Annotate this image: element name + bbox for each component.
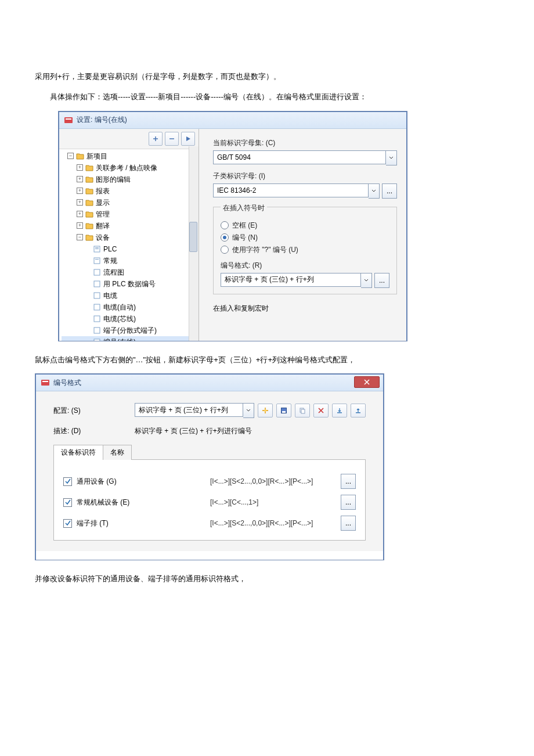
chevron-down-icon[interactable] [243, 403, 254, 418]
tab-content: 通用设备 (G) [I<...>][S<2...,0,0>][R<...>][P… [53, 460, 366, 541]
radio-question[interactable]: 使用字符 "?" 编号 (U) [221, 245, 389, 255]
chevron-down-icon[interactable] [369, 183, 380, 199]
row-value: [I<...>][C<...,1>] [210, 498, 338, 506]
screenshot-format-dialog: 编号格式 配置: (S) 标识字母 + 页 (三位) + 行+列 [35, 373, 384, 560]
row-more-button[interactable]: ... [341, 495, 356, 510]
copy-icon[interactable] [295, 404, 310, 417]
page-icon [93, 246, 101, 253]
save-icon[interactable] [276, 404, 291, 417]
chevron-down-icon[interactable] [386, 150, 397, 165]
format-value: 标识字母 + 页 (三位) + 行+列 [221, 273, 361, 287]
page-icon [93, 269, 101, 276]
tree-leaf[interactable]: 用 PLC 数据编号 [103, 278, 156, 290]
svg-rect-4 [95, 249, 99, 249]
play-icon[interactable] [181, 132, 195, 146]
paragraph-4: 并修改设备标识符下的通用设备、端子排等的通用标识符格式， [35, 572, 499, 585]
tree-node-device: 设备 [96, 232, 110, 243]
radio-empty[interactable]: 空框 (E) [221, 221, 389, 231]
subid-select[interactable]: IEC 81346-2 [213, 183, 380, 199]
page-icon [93, 327, 101, 334]
new-icon[interactable] [258, 404, 273, 417]
tree-toolbar [59, 129, 199, 149]
svg-rect-15 [41, 380, 49, 386]
window-title: 设置: 编号(在线) [77, 115, 127, 125]
checkbox-terminal[interactable] [63, 519, 72, 528]
svg-rect-7 [94, 269, 100, 275]
chevron-down-icon[interactable] [361, 273, 372, 288]
tree-leaf[interactable]: PLC [103, 243, 117, 255]
checkbox-mechanical[interactable] [63, 498, 72, 507]
delete-icon[interactable] [313, 404, 329, 417]
app-icon [64, 116, 73, 125]
radio-number[interactable]: 编号 (N) [221, 233, 389, 243]
tree-leaf[interactable]: 电缆 [103, 290, 117, 301]
page-icon [93, 257, 101, 264]
folder-icon [85, 234, 93, 241]
titlebar: 编号格式 [36, 375, 383, 391]
charset-select[interactable]: GB/T 5094 [213, 150, 397, 165]
config-value: 标识字母 + 页 (三位) + 行+列 [135, 403, 243, 417]
close-button[interactable] [354, 376, 380, 388]
desc-value: 标识字母 + 页 (三位) + 行+列进行编号 [135, 426, 252, 436]
folder-icon [85, 211, 93, 218]
svg-rect-10 [94, 304, 100, 310]
svg-rect-16 [42, 381, 48, 382]
svg-rect-12 [94, 327, 100, 333]
tree-leaf[interactable]: 电缆(芯线) [103, 313, 136, 325]
expander-minus[interactable]: − [77, 234, 83, 240]
tab-name[interactable]: 名称 [103, 445, 132, 460]
tree-leaf[interactable]: 端子(分散式端子) [103, 325, 157, 336]
page-icon [93, 304, 101, 311]
export-icon[interactable] [351, 404, 366, 417]
config-select[interactable]: 标识字母 + 页 (三位) + 行+列 [135, 403, 254, 418]
svg-rect-3 [95, 247, 99, 248]
svg-rect-5 [94, 258, 100, 264]
checkbox-general[interactable] [63, 477, 72, 486]
format-select[interactable]: 标识字母 + 页 (三位) + 行+列 [221, 273, 372, 288]
row-label: 端子排 (T) [77, 519, 210, 528]
svg-rect-9 [94, 293, 100, 298]
tree-node: 关联参考 / 触点映像 [96, 162, 157, 174]
app-icon [41, 378, 50, 387]
screenshot-settings-dialog: 设置: 编号(在线) −新项目 +关联参考 / 触点映像 +图形的编辑 +报表 … [58, 111, 407, 341]
expand-icon[interactable] [149, 132, 163, 146]
folder-icon [85, 199, 93, 206]
tree-node: 显示 [96, 197, 110, 208]
tree-root: 新项目 [86, 150, 107, 162]
tree-node: 报表 [96, 185, 110, 197]
more-button[interactable]: ... [382, 183, 397, 199]
svg-rect-21 [301, 409, 305, 413]
row-more-button[interactable]: ... [341, 474, 356, 489]
folder-icon [85, 176, 93, 183]
paragraph-1: 采用列+行，主要是更容易识别（行是字母，列是数字，而页也是数字）。 [35, 70, 499, 83]
expander-minus[interactable]: − [67, 153, 74, 159]
row-more-button[interactable]: ... [341, 516, 356, 531]
row-value: [I<...>][S<2...,0,0>][R<...>][P<...>] [210, 519, 338, 527]
expander-plus[interactable]: + [77, 164, 83, 171]
window-title: 编号格式 [53, 378, 81, 388]
folder-icon [76, 153, 84, 160]
charset-label: 当前标识字母集: (C) [213, 138, 397, 148]
tree-node: 管理 [96, 208, 110, 220]
collapse-icon[interactable] [165, 132, 179, 146]
row-label: 常规机械设备 (E) [77, 498, 210, 507]
settings-tree[interactable]: −新项目 +关联参考 / 触点映像 +图形的编辑 +报表 +显示 +管理 +翻译… [59, 149, 199, 341]
tree-leaf[interactable]: 流程图 [103, 267, 124, 278]
import-icon[interactable] [332, 404, 347, 417]
scrollbar-thumb[interactable] [189, 222, 197, 252]
tree-leaf[interactable]: 电缆(自动) [103, 301, 136, 313]
tabs: 设备标识符 名称 [53, 444, 366, 460]
tree-leaf-selected[interactable]: 编号(在线) [103, 336, 136, 341]
svg-rect-13 [94, 339, 100, 341]
format-more-button[interactable]: ... [374, 273, 389, 288]
folder-icon [85, 188, 93, 195]
page-icon [93, 280, 101, 287]
svg-point-17 [264, 409, 266, 412]
config-label: 配置: (S) [53, 406, 135, 416]
page-icon [93, 292, 101, 299]
svg-rect-19 [282, 411, 286, 413]
tree-leaf[interactable]: 常规 [103, 255, 117, 267]
folder-icon [85, 222, 93, 229]
scrollbar[interactable] [189, 146, 199, 341]
tab-identifiers[interactable]: 设备标识符 [53, 445, 103, 460]
